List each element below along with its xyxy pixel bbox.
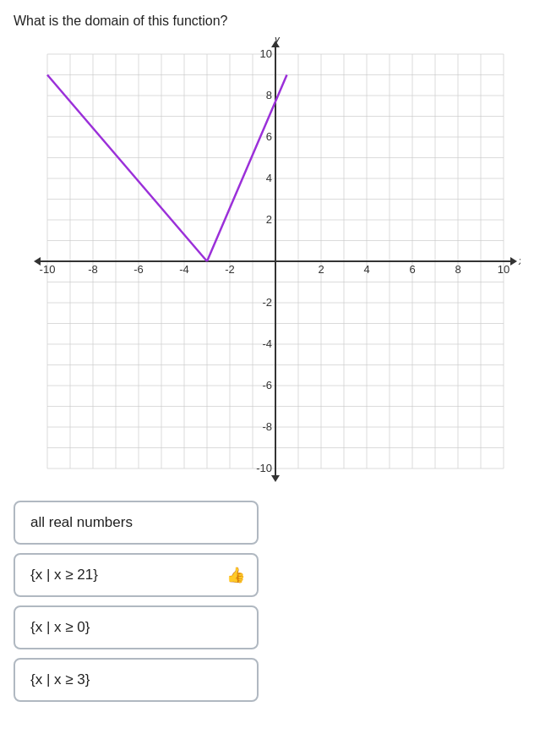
answer-x-ge-3[interactable]: {x | x ≥ 3} bbox=[14, 658, 259, 702]
answer-options: all real numbers {x | x ≥ 21} 👍 {x | x ≥… bbox=[14, 501, 259, 702]
graph-area bbox=[14, 37, 520, 485]
answer-all-real[interactable]: all real numbers bbox=[14, 501, 259, 545]
answer-x-ge-0[interactable]: {x | x ≥ 0} bbox=[14, 605, 259, 649]
cursor-icon: 👍 bbox=[226, 566, 245, 584]
question-text: What is the domain of this function? bbox=[14, 14, 520, 29]
answer-x-ge-21[interactable]: {x | x ≥ 21} 👍 bbox=[14, 553, 259, 597]
